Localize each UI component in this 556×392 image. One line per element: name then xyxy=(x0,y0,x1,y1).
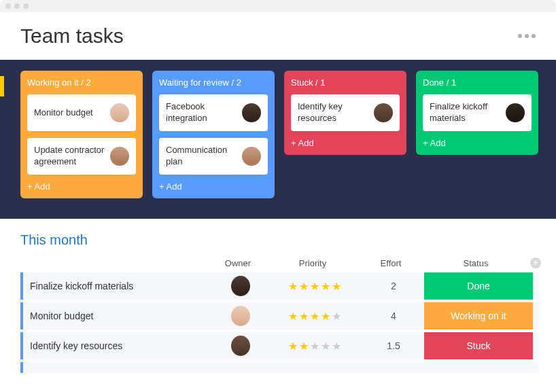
table-section: This month Owner Priority Effort Status … xyxy=(0,219,556,373)
avatar xyxy=(231,306,250,326)
kanban-column-stuck: Stuck / 1Identify key resources+ Add xyxy=(284,71,406,155)
add-card-button[interactable]: + Add xyxy=(291,138,400,148)
board-accent xyxy=(0,76,4,96)
kanban-card[interactable]: Monitor budget xyxy=(27,94,136,131)
task-name: Monitor budget xyxy=(23,310,213,321)
kanban-card[interactable]: Update contractor agreement xyxy=(27,138,136,175)
effort-value: 2 xyxy=(363,281,424,291)
more-menu-button[interactable] xyxy=(518,34,536,38)
page-title: Team tasks xyxy=(20,24,124,48)
col-header-owner: Owner xyxy=(211,258,265,268)
avatar[interactable] xyxy=(110,147,129,166)
avatar xyxy=(231,336,250,356)
avatar xyxy=(231,276,250,296)
column-header: Working on it / 2 xyxy=(27,77,136,88)
status-badge[interactable]: Done xyxy=(424,272,533,300)
avatar[interactable] xyxy=(506,103,525,122)
status-badge[interactable]: Working on it xyxy=(424,302,533,329)
card-title: Finalize kickoff materials xyxy=(430,101,500,124)
owner-cell[interactable] xyxy=(213,306,268,326)
task-name: Finalize kickoff materials xyxy=(23,281,213,291)
status-badge[interactable]: Stuck xyxy=(424,332,533,359)
kanban-card[interactable]: Facebook integration xyxy=(159,94,268,131)
priority-stars[interactable]: ★★★★★ xyxy=(268,340,363,353)
col-header-status: Status xyxy=(421,258,530,268)
table-row[interactable]: Identify key resources★★★★★1.5Stuck xyxy=(20,332,539,359)
column-header: Done / 1 xyxy=(423,77,532,88)
card-title: Communication plan xyxy=(166,145,237,168)
dot-icon xyxy=(518,34,522,38)
kanban-card[interactable]: Communication plan xyxy=(159,138,268,175)
owner-cell[interactable] xyxy=(213,276,268,296)
effort-value: 1.5 xyxy=(363,340,424,351)
traffic-light-dot xyxy=(14,3,20,9)
column-header: Waiting for review / 2 xyxy=(159,77,268,88)
task-name: Identify key resources xyxy=(23,340,213,351)
card-title: Facebook integration xyxy=(166,101,237,124)
owner-cell[interactable] xyxy=(213,336,268,356)
kanban-column-waiting: Waiting for review / 2Facebook integrati… xyxy=(152,71,275,198)
window-chrome xyxy=(0,0,556,12)
dot-icon xyxy=(525,34,529,38)
add-card-button[interactable]: + Add xyxy=(423,138,532,148)
kanban-board: Working on it / 2Monitor budgetUpdate co… xyxy=(0,60,556,219)
avatar[interactable] xyxy=(242,147,261,166)
kanban-column-done: Done / 1Finalize kickoff materials+ Add xyxy=(416,71,538,155)
avatar[interactable] xyxy=(242,103,261,122)
card-title: Identify key resources xyxy=(298,101,368,124)
traffic-light-dot xyxy=(5,3,11,9)
priority-stars[interactable]: ★★★★★ xyxy=(268,310,363,323)
dot-icon xyxy=(532,34,536,38)
avatar[interactable] xyxy=(110,103,129,122)
traffic-light-dot xyxy=(23,3,29,9)
kanban-card[interactable]: Finalize kickoff materials xyxy=(423,94,532,131)
table-row[interactable]: Finalize kickoff materials★★★★★2Done xyxy=(20,272,539,300)
priority-stars[interactable]: ★★★★★ xyxy=(268,280,363,293)
col-header-effort: Effort xyxy=(360,258,421,268)
card-title: Update contractor agreement xyxy=(34,145,105,168)
avatar[interactable] xyxy=(374,103,393,122)
table-row[interactable]: Monitor budget★★★★★4Working on it xyxy=(20,302,539,329)
add-card-button[interactable]: + Add xyxy=(27,181,136,192)
add-card-button[interactable]: + Add xyxy=(159,181,268,192)
kanban-column-working: Working on it / 2Monitor budgetUpdate co… xyxy=(20,71,143,198)
add-column-button[interactable]: + xyxy=(530,257,541,268)
card-title: Monitor budget xyxy=(34,107,105,119)
table-row-empty[interactable] xyxy=(20,362,539,373)
kanban-card[interactable]: Identify key resources xyxy=(291,94,400,131)
page-header: Team tasks xyxy=(0,12,556,60)
table-header-row: Owner Priority Effort Status + xyxy=(20,257,539,268)
section-title: This month xyxy=(20,232,539,248)
effort-value: 4 xyxy=(363,310,424,321)
column-header: Stuck / 1 xyxy=(291,77,400,88)
col-header-priority: Priority xyxy=(265,258,360,268)
